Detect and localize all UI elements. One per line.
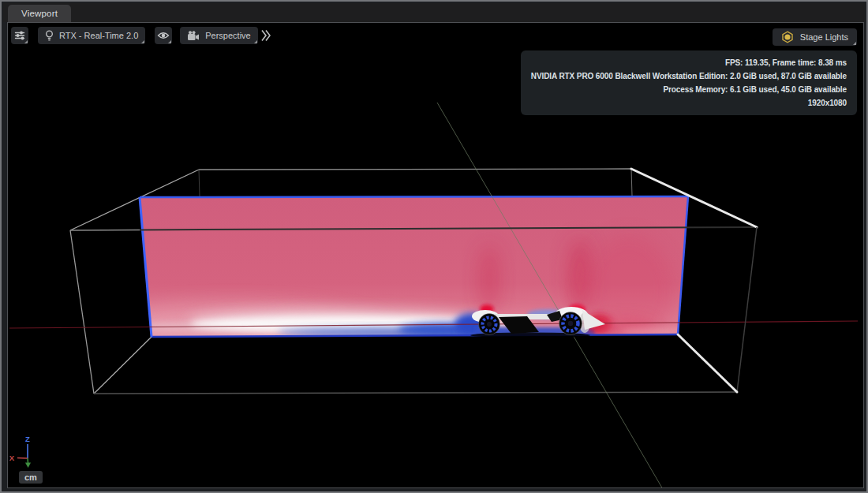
stats-resolution-line: 1920x1080: [531, 96, 847, 110]
toolbar-expand-button[interactable]: [260, 25, 272, 46]
double-chevron-right-icon: [260, 28, 271, 43]
axis-gizmo-x-label: X: [9, 454, 15, 462]
stats-gpu-memory-line: NVIDIA RTX PRO 6000 Blackwell Workstatio…: [531, 69, 847, 83]
stage-lights-icon: [781, 31, 794, 43]
tab-viewport[interactable]: Viewport: [8, 5, 71, 22]
dropdown-notch: [141, 40, 144, 43]
dropdown-notch: [24, 40, 28, 43]
application-window: Viewport: [0, 0, 868, 493]
viewport-tab-bar: Viewport: [3, 3, 865, 22]
viewport-settings-button[interactable]: [11, 27, 28, 44]
settings-sliders-icon: [14, 30, 25, 41]
axis-gizmo-z-label: Z: [25, 435, 30, 443]
camera-button[interactable]: Perspective: [180, 27, 257, 44]
dropdown-notch: [168, 40, 171, 43]
stats-fps-line: FPS: 119.35, Frame time: 8.38 ms: [531, 56, 847, 69]
axis-gizmo-y-arrow: [25, 463, 31, 469]
performance-stats-overlay: FPS: 119.35, Frame time: 8.38 ms NVIDIA …: [521, 50, 857, 115]
stage-lights-button[interactable]: Stage Lights: [773, 28, 857, 46]
render-engine-label: RTX - Real-Time 2.0: [59, 31, 138, 40]
camera-icon: [187, 31, 200, 41]
car-rear-wheel: [479, 314, 500, 335]
axis-gizmo: Z X: [9, 435, 31, 468]
camera-mode-label: Perspective: [205, 31, 250, 40]
dropdown-notch: [254, 40, 257, 43]
visibility-button[interactable]: [155, 27, 172, 44]
tab-viewport-label: Viewport: [21, 9, 58, 18]
units-badge: cm: [19, 471, 43, 484]
eye-icon: [157, 31, 170, 40]
render-engine-button[interactable]: RTX - Real-Time 2.0: [38, 27, 145, 44]
pressure-slice-plane: [65, 196, 693, 368]
viewport-toolbar: RTX - Real-Time 2.0 Perspective: [11, 27, 272, 44]
stage-lights-label: Stage Lights: [800, 32, 848, 42]
car-front-wheel: [559, 312, 582, 335]
stats-process-memory-line: Process Memory: 6.1 GiB used, 45.0 GiB a…: [531, 83, 847, 96]
dropdown-notch: [853, 42, 856, 45]
viewport-3d[interactable]: Z X: [7, 22, 864, 488]
lightbulb-icon: [45, 30, 54, 42]
